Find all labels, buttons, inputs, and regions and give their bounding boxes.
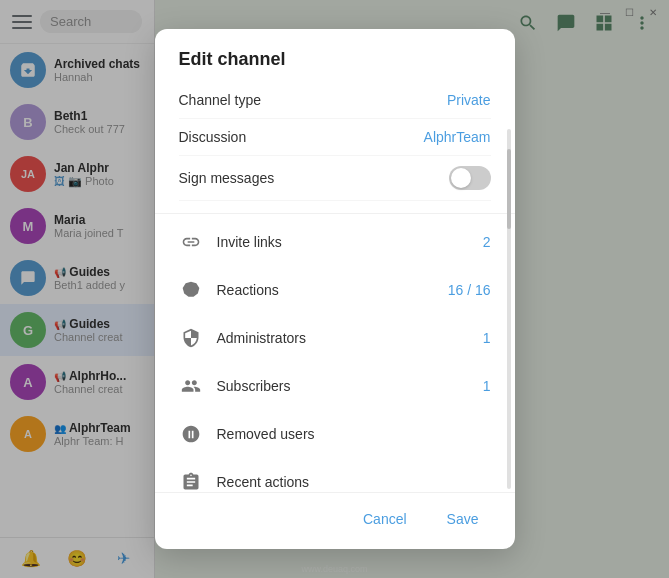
scrollbar-thumb	[507, 149, 511, 229]
discussion-label: Discussion	[179, 129, 247, 145]
action-invite-left: Invite links	[179, 230, 282, 254]
edit-channel-modal: Edit channel Channel type Private Discus…	[155, 29, 515, 549]
reactions-icon	[179, 278, 203, 302]
discussion-row[interactable]: Discussion AlphrTeam	[179, 119, 491, 156]
reactions-label: Reactions	[217, 282, 279, 298]
divider-1	[155, 213, 515, 214]
discussion-value[interactable]: AlphrTeam	[424, 129, 491, 145]
recent-actions-label: Recent actions	[217, 474, 310, 490]
action-removed-users[interactable]: Removed users	[155, 410, 515, 458]
cancel-button[interactable]: Cancel	[351, 505, 419, 533]
modal-title: Edit channel	[179, 49, 491, 70]
scrollbar	[507, 129, 511, 489]
invite-links-badge: 2	[483, 234, 491, 250]
ban-icon	[179, 422, 203, 446]
minimize-button[interactable]: —	[599, 6, 611, 18]
action-reactions[interactable]: Reactions 16 / 16	[155, 266, 515, 314]
administrators-badge: 1	[483, 330, 491, 346]
removed-users-label: Removed users	[217, 426, 315, 442]
close-button[interactable]: ✕	[647, 6, 659, 18]
link-icon	[179, 230, 203, 254]
save-button[interactable]: Save	[435, 505, 491, 533]
clipboard-icon	[179, 470, 203, 492]
modal-body: Channel type Private Discussion AlphrTea…	[155, 82, 515, 492]
sign-messages-toggle[interactable]	[449, 166, 491, 190]
action-recent-actions[interactable]: Recent actions	[155, 458, 515, 492]
modal-overlay[interactable]: Edit channel Channel type Private Discus…	[0, 0, 669, 578]
action-administrators[interactable]: Administrators 1	[155, 314, 515, 362]
channel-type-label: Channel type	[179, 92, 262, 108]
action-invite-links[interactable]: Invite links 2	[155, 218, 515, 266]
settings-section: Channel type Private Discussion AlphrTea…	[155, 82, 515, 201]
administrators-label: Administrators	[217, 330, 306, 346]
window-controls: — ☐ ✕	[589, 0, 669, 24]
sign-messages-row[interactable]: Sign messages	[179, 156, 491, 201]
subscribers-badge: 1	[483, 378, 491, 394]
channel-type-row[interactable]: Channel type Private	[179, 82, 491, 119]
reactions-badge: 16 / 16	[448, 282, 491, 298]
modal-footer: Cancel Save	[155, 492, 515, 549]
sign-messages-label: Sign messages	[179, 170, 275, 186]
action-subscribers[interactable]: Subscribers 1	[155, 362, 515, 410]
action-admins-left: Administrators	[179, 326, 306, 350]
subscribers-label: Subscribers	[217, 378, 291, 394]
subscribers-icon	[179, 374, 203, 398]
maximize-button[interactable]: ☐	[623, 6, 635, 18]
action-reactions-left: Reactions	[179, 278, 279, 302]
action-recent-left: Recent actions	[179, 470, 310, 492]
channel-type-value[interactable]: Private	[447, 92, 491, 108]
invite-links-label: Invite links	[217, 234, 282, 250]
modal-header: Edit channel	[155, 29, 515, 82]
action-subscribers-left: Subscribers	[179, 374, 291, 398]
action-removed-left: Removed users	[179, 422, 315, 446]
shield-icon	[179, 326, 203, 350]
